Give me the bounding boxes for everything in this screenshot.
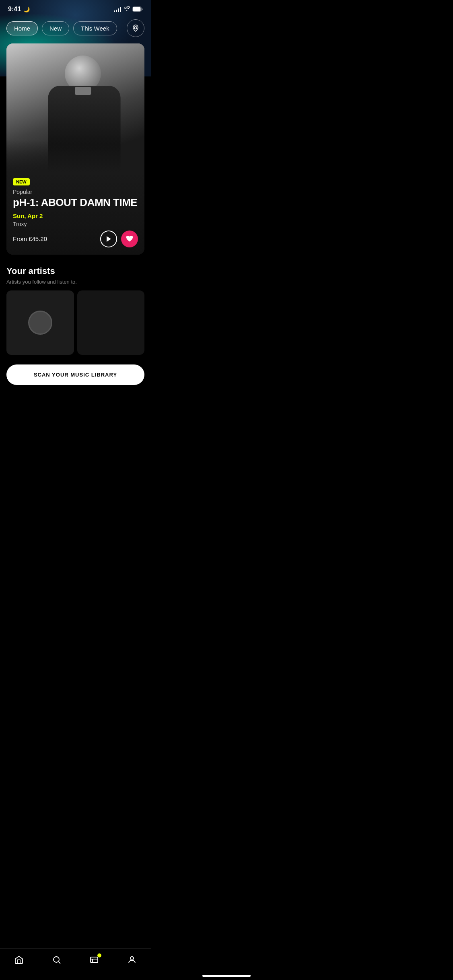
artist-card-1[interactable] xyxy=(6,290,74,355)
event-info: NEW Popular pH-1: ABOUT DAMN TIME Sun, A… xyxy=(6,172,144,255)
event-image xyxy=(6,43,144,172)
navigation-pills: Home New This Week xyxy=(0,16,151,43)
event-card: NEW Popular pH-1: ABOUT DAMN TIME Sun, A… xyxy=(6,43,144,255)
artist-card-2[interactable] xyxy=(77,290,145,355)
moon-icon: 🌙 xyxy=(23,6,30,12)
status-bar: 9:41 🌙 xyxy=(0,0,151,16)
event-actions xyxy=(100,231,138,247)
new-badge: NEW xyxy=(13,178,30,185)
svg-rect-1 xyxy=(133,7,141,12)
home-pill[interactable]: Home xyxy=(6,21,38,35)
svg-marker-3 xyxy=(107,236,111,242)
new-pill[interactable]: New xyxy=(42,21,69,35)
battery-icon xyxy=(132,6,143,12)
status-icons xyxy=(114,6,143,12)
event-price-row: From £45.20 xyxy=(13,231,138,247)
artists-grid xyxy=(0,290,151,355)
scan-music-library-button[interactable]: SCAN YOUR MUSIC LIBRARY xyxy=(6,364,144,385)
favorite-button[interactable] xyxy=(121,231,138,247)
event-title: pH-1: ABOUT DAMN TIME xyxy=(13,197,138,208)
signal-icon xyxy=(114,6,121,12)
status-time: 9:41 🌙 xyxy=(8,6,30,13)
artists-section-subtitle: Artists you follow and listen to. xyxy=(0,279,151,285)
svg-point-2 xyxy=(134,27,137,29)
event-date: Sun, Apr 2 xyxy=(13,212,138,219)
artists-section: Your artists Artists you follow and list… xyxy=(0,266,151,355)
event-venue: Troxy xyxy=(13,221,138,227)
this-week-pill[interactable]: This Week xyxy=(73,21,117,35)
artists-section-title: Your artists xyxy=(0,266,151,276)
scan-button-container: SCAN YOUR MUSIC LIBRARY xyxy=(0,358,151,391)
bottom-spacer xyxy=(0,391,151,432)
wifi-icon xyxy=(124,6,130,12)
location-button[interactable] xyxy=(127,19,144,37)
event-price: From £45.20 xyxy=(13,235,47,242)
main-content: NEW Popular pH-1: ABOUT DAMN TIME Sun, A… xyxy=(0,43,151,255)
play-button[interactable] xyxy=(100,231,117,247)
event-category: Popular xyxy=(13,189,138,195)
artist-avatar-1 xyxy=(28,311,52,335)
